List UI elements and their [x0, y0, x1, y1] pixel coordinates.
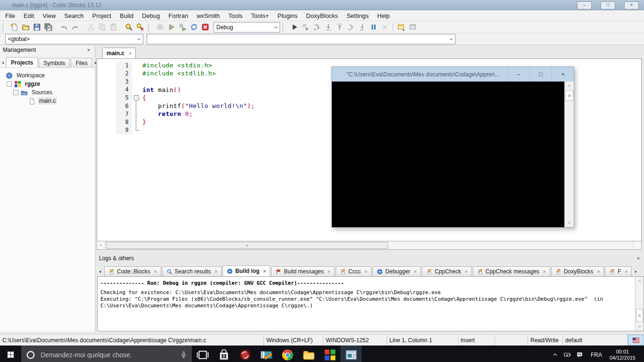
log-tab-build-log[interactable]: Build log×	[223, 265, 270, 276]
menu-settings[interactable]: Settings	[342, 10, 373, 21]
action-center-button[interactable]	[575, 348, 585, 362]
menu-fortran[interactable]: Fortran	[164, 10, 192, 21]
logs-scrollbar[interactable]	[635, 277, 644, 331]
scroll-right-icon[interactable]	[633, 241, 641, 248]
menu-wxsmith[interactable]: wxSmith	[192, 10, 224, 21]
editor-horizontal-scrollbar[interactable]	[97, 241, 642, 250]
close-tab-icon[interactable]: ×	[365, 269, 368, 274]
debugging-windows-button[interactable]	[396, 22, 407, 32]
log-tab-cccc[interactable]: Cccc×	[336, 266, 372, 276]
abort-build-button[interactable]	[199, 22, 211, 32]
menu-build[interactable]: Build	[116, 10, 138, 21]
close-tab-icon[interactable]: ×	[154, 269, 157, 274]
minimize-button[interactable]: –	[577, 1, 592, 9]
keyboard-language-indicator[interactable]: FRA	[587, 352, 606, 358]
menu-view[interactable]: View	[38, 10, 60, 21]
fold-collapse-icon[interactable]: -	[134, 95, 139, 100]
close-management-icon[interactable]: ×	[85, 47, 92, 53]
taskbar-systemcare-button[interactable]	[234, 346, 256, 362]
maximize-button[interactable]: □	[601, 1, 615, 9]
menu-search[interactable]: Search	[60, 10, 88, 21]
close-tab-icon[interactable]: ×	[414, 269, 417, 274]
break-debugger-button[interactable]	[368, 22, 379, 32]
open-file-button[interactable]	[20, 22, 31, 32]
menu-plugins[interactable]: Plugins	[273, 10, 302, 21]
tab-symbols[interactable]: Symbols	[39, 58, 70, 67]
collapse-expander-icon[interactable]: -	[7, 82, 12, 87]
tree-item-main-c[interactable]: main.c	[0, 97, 95, 105]
run-button[interactable]	[165, 22, 177, 32]
menu-tools[interactable]: Tools	[224, 10, 247, 21]
taskbar-movie-maker-button[interactable]	[256, 346, 277, 362]
save-all-button[interactable]	[42, 22, 54, 32]
log-tab-code-blocks[interactable]: Code::Blocks×	[104, 266, 161, 276]
tree-item-sources[interactable]: -Sources	[0, 88, 95, 97]
find-button[interactable]	[123, 22, 134, 32]
debug-continue-button[interactable]	[289, 22, 300, 32]
tree-item-workspace[interactable]: Workspace	[0, 71, 95, 80]
run-to-cursor-button[interactable]	[300, 22, 311, 32]
compiler-target-combobox[interactable]: Debug	[214, 22, 280, 33]
menu-doxyblocks[interactable]: DoxyBlocks	[302, 10, 342, 21]
close-tab-icon[interactable]: ×	[215, 269, 217, 274]
log-tab-doxyblocks[interactable]: DoxyBlocks×	[551, 266, 604, 276]
scrollbar-thumb[interactable]	[636, 309, 643, 322]
next-line-button[interactable]	[311, 22, 322, 32]
various-info-button[interactable]	[407, 22, 418, 32]
scroll-left-icon[interactable]	[97, 241, 105, 248]
tab-scroll-left-icon[interactable]	[1, 58, 5, 67]
tab-scroll-left-icon[interactable]	[97, 267, 103, 276]
build-and-run-button[interactable]	[177, 22, 188, 32]
keyboard-language-flag[interactable]	[628, 335, 644, 346]
tab-files[interactable]: Files	[71, 58, 92, 67]
console-scrollbar[interactable]	[564, 82, 574, 227]
next-instruction-button[interactable]	[345, 22, 356, 32]
paste-button[interactable]	[107, 22, 119, 32]
log-tab-build-messages[interactable]: Build messages×	[271, 266, 335, 276]
editor-tab-main-c[interactable]: main.c ×	[102, 48, 136, 59]
taskbar-codeblocks-button[interactable]	[319, 346, 340, 362]
taskbar-chrome-button[interactable]	[277, 346, 298, 362]
close-logs-icon[interactable]: ×	[635, 255, 642, 261]
taskbar-windows-store-button[interactable]	[213, 346, 234, 362]
new-file-button[interactable]	[8, 22, 20, 32]
scrollbar-thumb[interactable]	[565, 90, 573, 101]
close-tab-icon[interactable]: ×	[465, 269, 468, 274]
console-window[interactable]: "C:\Users\Eva\Documents\Mes documents\Co…	[331, 66, 574, 228]
step-into-button[interactable]	[322, 22, 334, 32]
fold-margin[interactable]: -	[132, 94, 142, 102]
close-tab-icon[interactable]: ×	[263, 269, 266, 274]
chevron-down-icon[interactable]	[447, 34, 455, 44]
close-tab-icon[interactable]: ×	[597, 269, 600, 274]
scroll-down-icon[interactable]	[565, 219, 574, 227]
rebuild-button[interactable]	[188, 22, 199, 32]
menu-file[interactable]: File	[1, 10, 19, 21]
collapse-expander-icon[interactable]: -	[13, 90, 18, 95]
scroll-down-icon[interactable]	[636, 322, 644, 330]
log-tab-debugger[interactable]: Debugger×	[372, 266, 421, 276]
close-button[interactable]: ×	[624, 1, 639, 9]
symbol-combobox[interactable]	[147, 34, 455, 44]
menu-help[interactable]: Help	[373, 10, 394, 21]
scrollbar-thumb[interactable]	[106, 242, 388, 249]
scroll-up-icon[interactable]	[636, 277, 644, 285]
tab-projects[interactable]: Projects	[6, 57, 38, 67]
taskbar-clock[interactable]: 00:0104/12/2015	[608, 349, 640, 361]
taskbar-console-app-button[interactable]	[340, 346, 362, 362]
menu-edit[interactable]: Edit	[19, 10, 38, 21]
step-into-instruction-button[interactable]	[356, 22, 368, 32]
scope-combobox[interactable]: <global>	[5, 34, 143, 44]
console-minimize-button[interactable]: –	[507, 67, 529, 82]
console-maximize-button[interactable]: □	[529, 67, 552, 82]
taskbar-task-view-button[interactable]	[192, 346, 213, 362]
console-close-button[interactable]: ×	[552, 67, 574, 82]
log-tab-search-results[interactable]: Search results×	[162, 266, 222, 276]
save-file-button[interactable]	[31, 22, 42, 32]
chevron-down-icon[interactable]	[272, 23, 280, 32]
undo-button[interactable]	[58, 22, 69, 32]
log-tab-cppcheck[interactable]: CppCheck×	[422, 266, 472, 276]
close-tab-icon[interactable]: ×	[543, 269, 546, 274]
cortana-search-input[interactable]: Demandez-moi quelque chose.	[21, 346, 192, 362]
taskbar-file-explorer-button[interactable]	[298, 346, 319, 362]
step-out-button[interactable]	[334, 22, 345, 32]
